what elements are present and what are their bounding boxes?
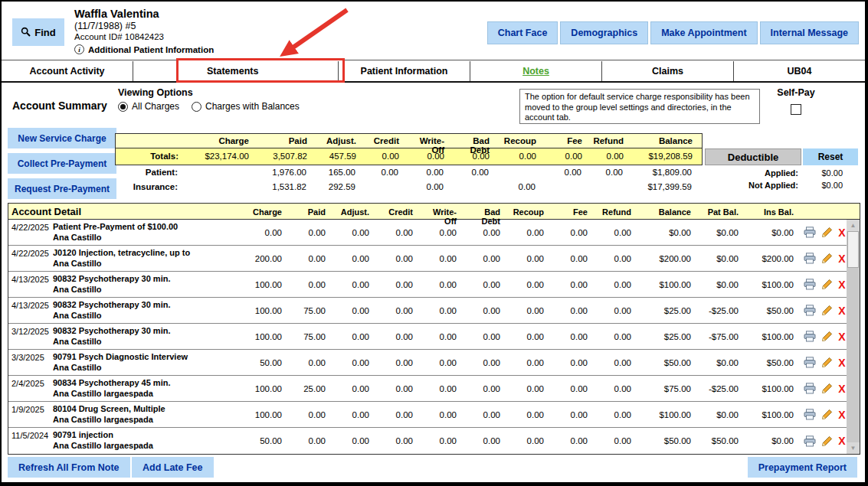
- print-icon[interactable]: [804, 435, 816, 447]
- internal-message-button[interactable]: Internal Message: [760, 21, 859, 44]
- row-procedure: 90832 Psychotherapy 30 min.: [53, 274, 247, 285]
- summary-row-value: $1,809.00: [634, 165, 703, 180]
- print-icon[interactable]: [804, 331, 816, 342]
- prepayment-report-button[interactable]: Prepayment Report: [748, 457, 857, 478]
- patient-name: Waffla Valentina: [74, 8, 214, 20]
- row-write-off: 0.00: [422, 428, 466, 454]
- row-paid: 25.00: [291, 376, 335, 401]
- delete-icon[interactable]: X: [838, 227, 845, 238]
- print-icon[interactable]: [804, 279, 816, 290]
- summary-row: Patient:1,976.00165.000.000.000.000.000.…: [115, 165, 703, 180]
- delete-icon[interactable]: X: [838, 383, 845, 394]
- radio-unselected-icon: [192, 102, 201, 112]
- print-icon[interactable]: [804, 357, 816, 368]
- delete-icon[interactable]: X: [838, 253, 845, 264]
- tab-notes[interactable]: Notes: [470, 61, 601, 81]
- row-ins-balance: $100.00: [748, 324, 803, 349]
- row-date: 3/12/2025: [8, 324, 53, 349]
- row-refund: 0.00: [597, 402, 640, 427]
- edit-pencil-icon[interactable]: [821, 279, 833, 290]
- row-bad-debt: 0.00: [466, 376, 509, 401]
- radio-all-charges[interactable]: All Charges: [118, 101, 179, 112]
- row-credit: 0.00: [378, 324, 422, 349]
- row-description: Patient Pre-Payment of $100.00 Ana Casti…: [53, 220, 247, 245]
- row-balance: $50.00: [640, 428, 700, 454]
- row-credit: 0.00: [378, 220, 422, 245]
- row-recoup: 0.00: [509, 272, 553, 297]
- summary-row-value: 0.00: [547, 148, 593, 165]
- make-appointment-button[interactable]: Make Appointment: [650, 21, 757, 44]
- summary-row-value: 1,531.82: [259, 180, 317, 194]
- demographics-button[interactable]: Demographics: [560, 21, 648, 44]
- additional-patient-info-link[interactable]: i Additional Patient Information: [74, 44, 214, 54]
- row-charge: 0.00: [247, 220, 291, 245]
- find-button[interactable]: Find: [12, 18, 64, 46]
- deductible-reset-button[interactable]: Reset: [803, 148, 858, 165]
- collect-pre-payment-button[interactable]: Collect Pre-Payment: [8, 153, 116, 174]
- chart-face-button[interactable]: Chart Face: [487, 21, 558, 44]
- request-pre-payment-button[interactable]: Request Pre-Payment: [8, 178, 116, 199]
- print-icon[interactable]: [804, 383, 816, 394]
- summary-row-value: 457.59: [318, 148, 367, 165]
- row-ins-balance: $0.00: [748, 428, 803, 454]
- row-date: 4/13/2025: [8, 272, 53, 297]
- edit-pencil-icon[interactable]: [821, 357, 833, 368]
- tab-claims[interactable]: Claims: [601, 61, 733, 81]
- scrollbar-thumb[interactable]: [847, 231, 859, 268]
- scrollbar-track[interactable]: [847, 231, 860, 442]
- row-balance: $25.00: [640, 324, 700, 349]
- row-write-off: 0.00: [422, 376, 466, 401]
- summary-table-header: ChargePaidAdjust.CreditWrite-OffBad Debt…: [115, 133, 703, 148]
- row-fee: 0.00: [553, 376, 597, 401]
- scroll-down-icon[interactable]: ▼: [847, 442, 860, 454]
- row-actions: X: [803, 324, 847, 349]
- edit-pencil-icon[interactable]: [821, 305, 833, 316]
- edit-pencil-icon[interactable]: [821, 435, 833, 447]
- delete-icon[interactable]: X: [838, 305, 845, 316]
- edit-pencil-icon[interactable]: [821, 227, 833, 238]
- summary-row-value: [546, 180, 592, 194]
- account-detail-row: 3/12/2025 90832 Psychotherapy 30 min. An…: [8, 324, 847, 350]
- row-provider: Ana Castillo: [53, 285, 247, 295]
- delete-icon[interactable]: X: [838, 357, 845, 368]
- tab-statements[interactable]: Statements: [133, 61, 338, 81]
- tab-patient-information[interactable]: Patient Information: [338, 61, 470, 81]
- account-detail-row: 4/22/2025 J0120 Injection, tetracycline,…: [8, 246, 847, 272]
- row-provider: Ana Castillo: [53, 259, 247, 269]
- viewing-options-label: Viewing Options: [118, 87, 300, 98]
- edit-pencil-icon[interactable]: [821, 383, 833, 394]
- summary-row-value: 0.00: [454, 165, 500, 180]
- delete-icon[interactable]: X: [838, 279, 845, 290]
- row-bad-debt: 0.00: [466, 428, 509, 454]
- vertical-scrollbar[interactable]: ▲ ▼: [847, 220, 860, 454]
- patient-info: Waffla Valentina (11/7/1988) #5 Account …: [74, 8, 214, 54]
- tab-account-activity[interactable]: Account Activity: [2, 61, 133, 81]
- row-adjust: 0.00: [335, 246, 378, 271]
- print-icon[interactable]: [804, 305, 816, 316]
- delete-icon[interactable]: X: [838, 409, 845, 420]
- scroll-up-icon[interactable]: ▲: [847, 220, 860, 231]
- row-description: 90834 Psychotherapy 45 min. Ana Castillo…: [53, 376, 247, 401]
- tab-ub04[interactable]: UB04: [733, 61, 865, 81]
- print-icon[interactable]: [804, 253, 816, 264]
- edit-pencil-icon[interactable]: [821, 253, 833, 264]
- print-icon[interactable]: [804, 409, 816, 420]
- edit-pencil-icon[interactable]: [821, 331, 833, 342]
- summary-row: Insurance:1,531.82292.590.000.00$17,399.…: [115, 180, 703, 194]
- deductible-title: Deductible: [705, 148, 801, 165]
- delete-icon[interactable]: X: [838, 435, 845, 446]
- self-pay-checkbox[interactable]: [791, 104, 801, 115]
- radio-charges-with-balances[interactable]: Charges with Balances: [192, 101, 300, 112]
- row-actions: X: [803, 350, 847, 375]
- row-date: 3/3/2025: [8, 350, 53, 375]
- deductible-not-applied-value: $0.00: [798, 181, 843, 190]
- print-icon[interactable]: [804, 227, 816, 238]
- add-late-fee-button[interactable]: Add Late Fee: [132, 457, 214, 478]
- row-paid: 0.00: [291, 350, 335, 375]
- refresh-all-from-note-button[interactable]: Refresh All From Note: [8, 457, 130, 478]
- edit-pencil-icon[interactable]: [821, 409, 833, 420]
- tab-bar: Account Activity Statements Patient Info…: [2, 61, 865, 83]
- row-write-off: 0.00: [422, 350, 466, 375]
- delete-icon[interactable]: X: [838, 331, 845, 342]
- new-service-charge-button[interactable]: New Service Charge: [8, 128, 116, 148]
